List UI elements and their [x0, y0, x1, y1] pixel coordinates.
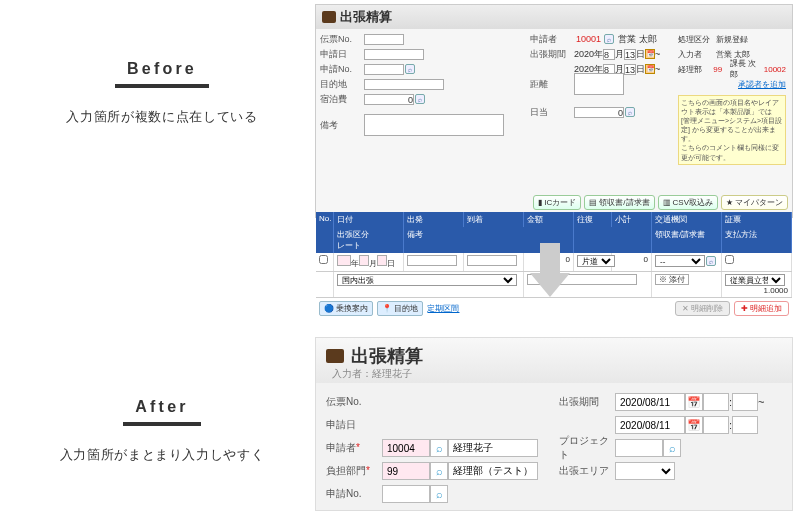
inp-date-to[interactable] [615, 416, 685, 434]
inp-proj[interactable] [615, 439, 663, 457]
inp-time-from-h[interactable] [703, 393, 729, 411]
down-arrow-icon [530, 243, 570, 303]
inp-time-from-m[interactable] [732, 393, 758, 411]
row-sub: 0 [612, 253, 652, 271]
before-title: Before [115, 60, 209, 88]
row-check[interactable] [319, 255, 328, 264]
after-subtitle: 入力者：経理花子 [332, 367, 782, 381]
row-tr[interactable]: -- [655, 255, 705, 267]
lbl-proc: 処理区分 [678, 34, 716, 45]
btn-row-add[interactable]: ✚ 明細追加 [734, 301, 789, 316]
lbl-app-date: 申請日 [320, 48, 364, 61]
row-arr[interactable] [467, 255, 517, 266]
th-no: No. [316, 212, 334, 227]
cal-from-icon[interactable]: 📅 [645, 49, 655, 59]
btn-row-del[interactable]: ✕ 明細削除 [675, 301, 730, 316]
btn-receipt[interactable]: ▤領収書/請求書 [584, 195, 654, 210]
cal-to-icon[interactable]: 📅 [645, 64, 655, 74]
th-amt: 金額 [524, 212, 574, 227]
csv-icon: ▥ [663, 198, 671, 207]
lbl-proj: プロジェクト [559, 434, 615, 462]
row-div[interactable]: 国内出張 [337, 274, 517, 286]
row-ow[interactable]: 片道 [577, 255, 615, 267]
inp-time-to-h[interactable] [703, 416, 729, 434]
lbl-dept: 負担部門* [326, 464, 382, 478]
search-applicant-icon[interactable]: ⌕ [430, 439, 448, 457]
lbl-applicant: 申請者 [530, 33, 574, 46]
cal-from-icon[interactable]: 📅 [685, 393, 703, 411]
inp-applicant-id[interactable] [382, 439, 430, 457]
search-dept-icon[interactable]: ⌕ [430, 462, 448, 480]
btn-dest[interactable]: 📍 目的地 [377, 301, 423, 316]
lbl-applicant: 申請者* [326, 441, 382, 455]
lbl-daily: 日当 [530, 106, 574, 119]
row-dep[interactable] [407, 255, 457, 266]
card-icon: ▮ [538, 198, 542, 207]
row-ev[interactable] [725, 255, 734, 264]
th-ev: 証票 [722, 212, 792, 227]
lbl-dept: 経理部 [678, 64, 713, 75]
search-appno-icon[interactable]: ⌕ [405, 64, 415, 74]
btn-csv[interactable]: ▥CSV取込み [658, 195, 718, 210]
period-to-d[interactable]: 13 [624, 64, 636, 75]
receipt-icon: ▤ [589, 198, 597, 207]
inp-daily[interactable]: 0 [574, 107, 624, 118]
applicant-id: 10001 [574, 34, 603, 44]
th-sub: 小計 [612, 212, 652, 227]
lbl-inputter: 入力者 [678, 49, 716, 60]
lbl-area: 出張エリア [559, 464, 615, 478]
search-stay-icon[interactable]: ⌕ [415, 94, 425, 104]
lbl-slip-no: 伝票No. [326, 395, 382, 409]
search-applicant-icon[interactable]: ⌕ [604, 34, 614, 44]
row-m[interactable] [359, 255, 369, 266]
val-dept-id: 99 [713, 65, 730, 74]
lbl-period: 出張期間 [530, 48, 574, 61]
lbl-period: 出張期間 [559, 395, 615, 409]
inp-applicant-name[interactable] [448, 439, 538, 457]
sel-area[interactable] [615, 462, 675, 480]
search-proj-icon[interactable]: ⌕ [663, 439, 681, 457]
th-div: 出張区分レート [334, 227, 404, 253]
inp-app-date[interactable] [364, 49, 424, 60]
lbl-app-no: 申請No. [326, 487, 382, 501]
link-route[interactable]: 定期区間 [427, 303, 459, 314]
inp-dept-name[interactable] [448, 462, 538, 480]
val-approver-id: 10002 [764, 65, 786, 74]
inp-memo[interactable] [364, 114, 504, 136]
inp-slip-no[interactable] [364, 34, 404, 45]
th-pay: 支払方法 [722, 227, 792, 253]
row-tr-search-icon[interactable]: ⌕ [706, 256, 716, 266]
inp-date-from[interactable] [615, 393, 685, 411]
inp-app-no[interactable] [364, 64, 404, 75]
inp-dest[interactable] [364, 79, 444, 90]
period-from-d[interactable]: 13 [624, 49, 636, 60]
briefcase-icon [326, 349, 344, 363]
inp-dept-id[interactable] [382, 462, 430, 480]
inp-stay[interactable]: 0 [364, 94, 414, 105]
lbl-memo: 備考 [320, 119, 364, 132]
period-from-m[interactable]: 8 [603, 49, 615, 60]
search-daily-icon[interactable]: ⌕ [625, 107, 635, 117]
search-appno-icon[interactable]: ⌕ [430, 485, 448, 503]
link-add-approver[interactable]: 承認者を追加 [738, 79, 786, 90]
before-desc: 入力箇所が複数に点在している [12, 108, 312, 126]
th-ow: 往復 [574, 212, 612, 227]
row-y[interactable] [337, 255, 351, 266]
after-title: After [123, 398, 200, 426]
cal-to-icon[interactable]: 📅 [685, 416, 703, 434]
after-app-title: 出張精算 [351, 346, 423, 366]
lbl-slip-no: 伝票No. [320, 33, 364, 46]
after-desc: 入力箇所がまとまり入力しやすく [12, 446, 312, 464]
row-pay[interactable]: 従業員立替 [725, 274, 785, 286]
btn-ic-card[interactable]: ▮ICカード [533, 195, 581, 210]
inp-dist[interactable] [574, 73, 624, 95]
row-d[interactable] [377, 255, 387, 266]
btn-transfer[interactable]: 🔵 乗換案内 [319, 301, 373, 316]
row-attach[interactable]: ※ 添付 [655, 274, 689, 285]
lbl-dist: 距離 [530, 78, 574, 91]
btn-pattern[interactable]: ★マイパターン [721, 195, 788, 210]
inp-app-no[interactable] [382, 485, 430, 503]
inp-time-to-m[interactable] [732, 416, 758, 434]
note-box: こちらの画面の項目名やレイアウト表示は「本製品版」では [管理メニュー>システム… [678, 95, 786, 165]
val-approver: 課長 次郎 [730, 58, 762, 80]
